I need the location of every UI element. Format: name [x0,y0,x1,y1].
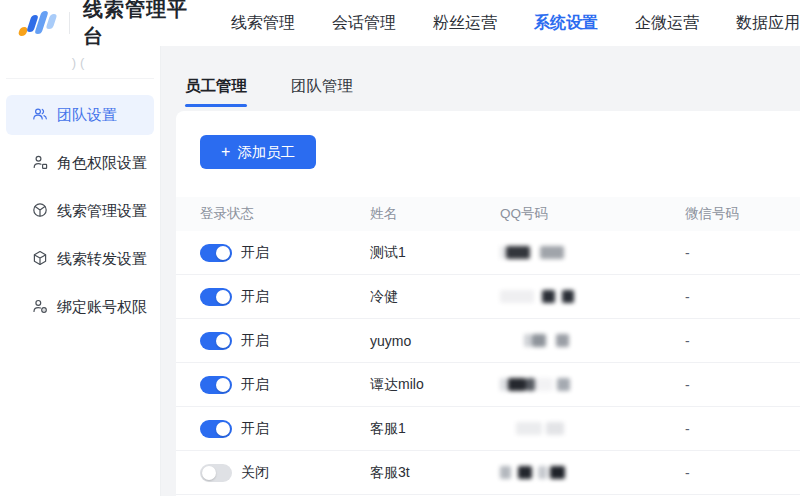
table-row: 开启 测试1 - [176,231,800,275]
brand-divider [69,12,70,34]
top-nav-item[interactable]: 系统设置 [534,13,598,34]
wechat-number-cell: - [685,333,800,349]
name-cell: yuymo [370,333,500,349]
table-row: 开启 谭达milo - [176,363,800,407]
login-status-cell: 开启 [176,376,370,394]
sidebar-item[interactable]: 角色权限设置 [6,143,154,183]
content-area: 员工管理 团队管理 + 添加员工 登录状态 姓名 QQ号码 微信号码 开启 测试… [161,46,800,496]
toggle-knob [216,246,230,260]
column-header-qq: QQ号码 [500,205,685,223]
tab-label: 团队管理 [291,77,353,94]
top-nav-item[interactable]: 会话管理 [332,13,396,34]
add-employee-label: 添加员工 [237,143,295,162]
qq-masked-value [500,377,685,392]
top-bar: 线索管理平台 线索管理会话管理粉丝运营系统设置企微运营数据应用 [0,0,800,46]
qq-number-cell [500,245,685,260]
table-body: 开启 测试1 - 开启 冷健 - 开启 yuymo - 开启 谭达milo [176,231,800,495]
qq-masked-value [500,333,685,348]
wechat-number-cell: - [685,245,800,261]
column-header-login-status: 登录状态 [176,205,370,223]
table-row: 开启 冷健 - [176,275,800,319]
sidebar-menu: 团队设置 角色权限设置 线索管理设置 线索转发设置 绑定账号权限 [0,79,160,327]
wechat-number-cell: - [685,377,800,393]
top-nav: 线索管理会话管理粉丝运营系统设置企微运营数据应用 [231,13,800,34]
tab[interactable]: 团队管理 [291,76,353,107]
table-header-row: 登录状态 姓名 QQ号码 微信号码 [176,197,800,231]
column-header-wechat: 微信号码 [685,205,800,223]
tab-label: 员工管理 [185,77,247,94]
sidebar-item-label: 团队设置 [57,106,117,125]
sidebar-item[interactable]: 线索管理设置 [6,191,154,231]
qq-number-cell [500,289,685,304]
login-status-cell: 开启 [176,288,370,306]
qq-number-cell [500,377,685,392]
top-nav-item[interactable]: 粉丝运营 [433,13,497,34]
login-status-label: 关闭 [241,464,269,482]
add-employee-button[interactable]: + 添加员工 [200,135,316,169]
login-status-cell: 开启 [176,332,370,350]
team-icon [32,106,48,122]
wechat-number-cell: - [685,465,800,481]
lead-manage-icon [32,202,48,218]
bind-account-icon [32,298,48,314]
login-status-toggle[interactable] [200,288,232,306]
settings-sidebar: )( 团队设置 角色权限设置 线索管理设置 线索转发设置 绑定账号权限 [0,46,161,496]
login-status-label: 开启 [241,244,269,262]
qq-masked-value [500,421,685,436]
login-status-label: 开启 [241,376,269,394]
login-status-toggle[interactable] [200,332,232,350]
table-row: 开启 客服1 - [176,407,800,451]
sidebar-item-label: 绑定账号权限 [57,298,147,317]
name-cell: 客服3t [370,464,500,482]
toggle-knob [216,290,230,304]
name-cell: 谭达milo [370,376,500,394]
brand-title: 线索管理平台 [83,0,204,50]
sidebar-item-label: 线索管理设置 [57,202,147,221]
tab-strip: 员工管理 团队管理 [161,46,800,107]
employee-table: 登录状态 姓名 QQ号码 微信号码 开启 测试1 - 开启 冷健 - [176,197,800,495]
tab[interactable]: 员工管理 [185,76,247,107]
top-nav-item[interactable]: 线索管理 [231,13,295,34]
login-status-cell: 开启 [176,420,370,438]
table-row: 开启 yuymo - [176,319,800,363]
login-status-cell: 关闭 [176,464,370,482]
logo-bar-light [46,14,58,29]
top-nav-item[interactable]: 数据应用 [736,13,800,34]
employee-management-card: + 添加员工 登录状态 姓名 QQ号码 微信号码 开启 测试1 - 开启 [176,111,800,496]
login-status-label: 开启 [241,332,269,350]
name-cell: 客服1 [370,420,500,438]
brand-logo-icon [18,8,56,38]
role-icon [32,154,48,170]
qq-number-cell [500,465,685,480]
qq-masked-value [500,245,685,260]
lead-forward-icon [32,250,48,266]
plus-icon: + [221,144,230,160]
sidebar-item[interactable]: 绑定账号权限 [6,287,154,327]
qq-masked-value [500,289,685,304]
sidebar-item-label: 线索转发设置 [57,250,147,269]
toggle-knob [216,422,230,436]
login-status-toggle[interactable] [200,244,232,262]
wechat-number-cell: - [685,289,800,305]
login-status-label: 开启 [241,420,269,438]
sidebar-collapse-row: )( [0,46,160,78]
login-status-toggle[interactable] [200,464,232,482]
sidebar-item[interactable]: 团队设置 [6,95,154,135]
column-header-name: 姓名 [370,205,500,223]
login-status-cell: 开启 [176,244,370,262]
toggle-knob [202,466,216,480]
table-row: 关闭 客服3t - [176,451,800,495]
top-nav-item[interactable]: 企微运营 [635,13,699,34]
toggle-knob [216,378,230,392]
login-status-toggle[interactable] [200,376,232,394]
login-status-toggle[interactable] [200,420,232,438]
toggle-knob [216,334,230,348]
sidebar-item-label: 角色权限设置 [57,154,147,173]
qq-number-cell [500,421,685,436]
name-cell: 测试1 [370,244,500,262]
qq-masked-value [500,465,685,480]
wechat-number-cell: - [685,421,800,437]
sidebar-item[interactable]: 线索转发设置 [6,239,154,279]
sidebar-collapse-icon[interactable]: )( [66,53,95,72]
qq-number-cell [500,333,685,348]
